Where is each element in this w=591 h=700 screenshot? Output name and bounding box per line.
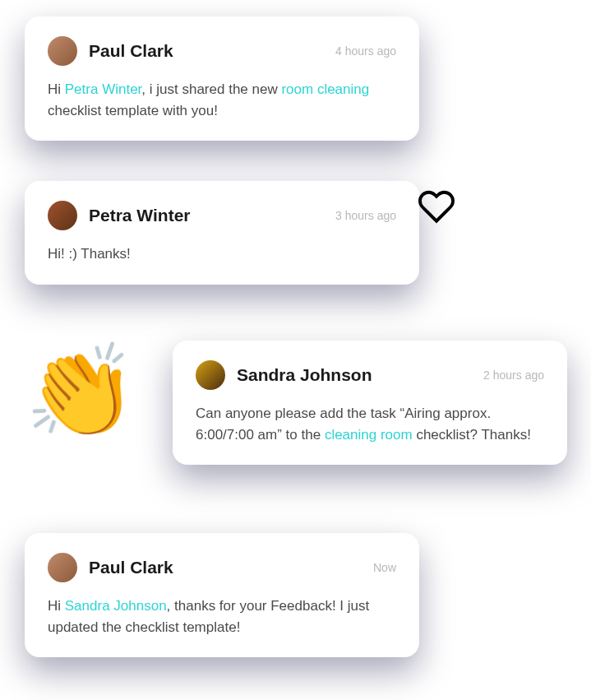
- timestamp: 4 hours ago: [335, 44, 396, 58]
- message-header: Paul Clark Now: [48, 553, 396, 582]
- inline-link[interactable]: room cleaning: [281, 81, 369, 97]
- heart-icon: [418, 188, 455, 229]
- avatar[interactable]: [196, 360, 225, 390]
- author-name: Paul Clark: [89, 41, 324, 61]
- timestamp: 2 hours ago: [483, 369, 544, 382]
- clap-emoji-icon: 👏: [25, 345, 137, 436]
- message-header: Petra Winter 3 hours ago: [48, 201, 396, 230]
- timestamp: Now: [373, 561, 396, 574]
- message-card[interactable]: Paul Clark 4 hours ago Hi Petra Winter, …: [25, 16, 419, 141]
- message-header: Paul Clark 4 hours ago: [48, 36, 396, 66]
- message-body: Hi Petra Winter, i just shared the new r…: [48, 79, 396, 121]
- timestamp: 3 hours ago: [335, 209, 396, 222]
- avatar[interactable]: [48, 36, 77, 66]
- message-card[interactable]: Sandra Johnson 2 hours ago Can anyone pl…: [173, 341, 567, 465]
- message-body: Hi Sandra Johnson, thanks for your Feedb…: [48, 596, 396, 637]
- message-header: Sandra Johnson 2 hours ago: [196, 360, 544, 390]
- avatar[interactable]: [48, 201, 77, 230]
- author-name: Petra Winter: [89, 206, 324, 225]
- message-body: Hi! :) Thanks!: [48, 243, 396, 265]
- inline-link[interactable]: cleaning room: [325, 427, 413, 443]
- message-card[interactable]: Paul Clark Now Hi Sandra Johnson, thanks…: [25, 533, 419, 657]
- mention[interactable]: Petra Winter: [65, 81, 142, 97]
- author-name: Sandra Johnson: [237, 365, 472, 385]
- message-card[interactable]: Petra Winter 3 hours ago Hi! :) Thanks!: [25, 181, 419, 285]
- message-body: Can anyone please add the task “Airing a…: [196, 403, 544, 445]
- author-name: Paul Clark: [89, 558, 362, 577]
- mention[interactable]: Sandra Johnson: [65, 598, 167, 614]
- avatar[interactable]: [48, 553, 77, 582]
